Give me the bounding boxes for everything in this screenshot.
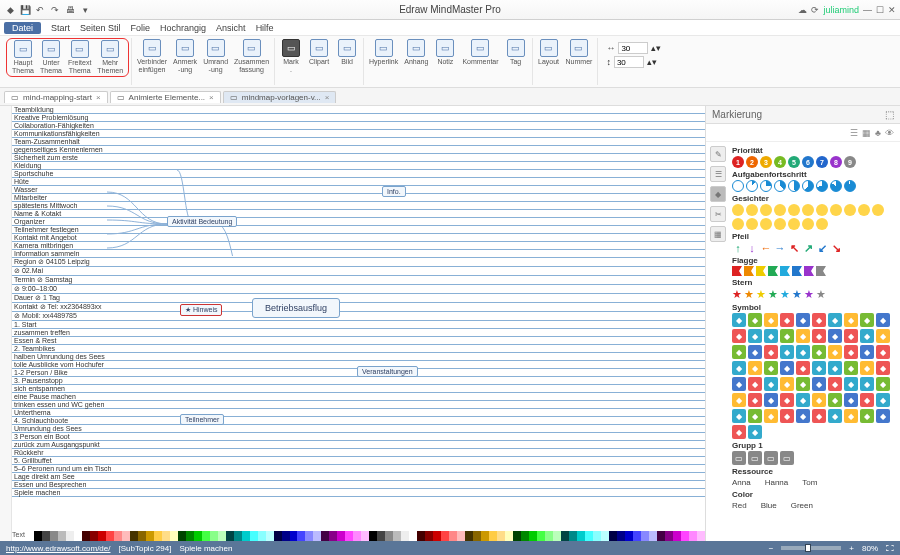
priority-6[interactable]: 6 <box>802 156 814 168</box>
symbol-71[interactable]: ◆ <box>748 425 762 439</box>
symbol-57[interactable]: ◆ <box>844 393 858 407</box>
face-3[interactable] <box>774 204 786 216</box>
branch-hinweis[interactable]: ★ Hinweis <box>180 304 222 316</box>
ribbon-tag-button[interactable]: ▭Tag <box>502 38 530 67</box>
color-item[interactable]: Green <box>791 501 813 510</box>
leaf[interactable]: Kontakt ⊘ Tel: xx2364893xx <box>12 303 705 312</box>
palette-swatch[interactable] <box>305 531 313 541</box>
view-eye-icon[interactable]: 👁 <box>885 128 894 138</box>
palette-swatch[interactable] <box>617 531 625 541</box>
ressource-item[interactable]: Hanna <box>765 478 789 487</box>
palette-swatch[interactable] <box>42 531 50 541</box>
symbol-64[interactable]: ◆ <box>796 409 810 423</box>
priority-5[interactable]: 5 <box>788 156 800 168</box>
palette-swatch[interactable] <box>210 531 218 541</box>
flag-5[interactable] <box>792 266 802 276</box>
star-2[interactable]: ★ <box>756 288 766 301</box>
symbol-34[interactable]: ◆ <box>796 361 810 375</box>
subbranch[interactable]: 5. Grillbuffet <box>12 457 705 465</box>
leaf[interactable]: Region ⊘ 04105 Leipzig <box>12 258 705 267</box>
palette-swatch[interactable] <box>497 531 505 541</box>
palette-swatch[interactable] <box>649 531 657 541</box>
leaf[interactable]: Kamera mitbringen <box>12 242 705 250</box>
ribbon-haupt-thema-button[interactable]: ▭Haupt Thema <box>9 39 37 76</box>
symbol-4[interactable]: ◆ <box>796 313 810 327</box>
palette-swatch[interactable] <box>473 531 481 541</box>
symbol-2[interactable]: ◆ <box>764 313 778 327</box>
face-14[interactable] <box>774 218 786 230</box>
symbol-46[interactable]: ◆ <box>828 377 842 391</box>
symbol-53[interactable]: ◆ <box>780 393 794 407</box>
subbranch[interactable]: 4. Schlauchboote <box>12 417 705 425</box>
palette-swatch[interactable] <box>489 531 497 541</box>
palette-swatch[interactable] <box>385 531 393 541</box>
color-item[interactable]: Red <box>732 501 747 510</box>
progress-0[interactable] <box>732 180 744 192</box>
zoom-out-icon[interactable]: − <box>769 544 774 553</box>
palette-swatch[interactable] <box>66 531 74 541</box>
palette-swatch[interactable] <box>657 531 665 541</box>
face-2[interactable] <box>760 204 772 216</box>
leaf[interactable]: ⊘ Mobil: xx4489785 <box>12 312 705 321</box>
priority-1[interactable]: 1 <box>732 156 744 168</box>
face-11[interactable] <box>732 218 744 230</box>
arrow-4[interactable]: ↖ <box>788 242 800 254</box>
subbranch[interactable]: 2. Teambikes <box>12 345 705 353</box>
symbol-60[interactable]: ◆ <box>732 409 746 423</box>
symbol-22[interactable]: ◆ <box>764 345 778 359</box>
symbol-70[interactable]: ◆ <box>732 425 746 439</box>
leaf[interactable]: ⊘ 02.Mai <box>12 267 705 276</box>
leaf[interactable]: 3 Person ein Boot <box>12 433 705 441</box>
palette-swatch[interactable] <box>170 531 178 541</box>
symbol-63[interactable]: ◆ <box>780 409 794 423</box>
menu-seitenstil[interactable]: Seiten Stil <box>80 23 121 33</box>
palette-swatch[interactable] <box>417 531 425 541</box>
palette-swatch[interactable] <box>321 531 329 541</box>
symbol-11[interactable]: ◆ <box>748 329 762 343</box>
leaf[interactable]: Hüte <box>12 178 705 186</box>
symbol-43[interactable]: ◆ <box>780 377 794 391</box>
symbol-55[interactable]: ◆ <box>812 393 826 407</box>
color-item[interactable]: Blue <box>761 501 777 510</box>
priority-4[interactable]: 4 <box>774 156 786 168</box>
palette-swatch[interactable] <box>441 531 449 541</box>
progress-6[interactable] <box>816 180 828 192</box>
symbol-47[interactable]: ◆ <box>844 377 858 391</box>
side-clip-icon[interactable]: ✂ <box>710 206 726 222</box>
symbol-61[interactable]: ◆ <box>748 409 762 423</box>
palette-swatch[interactable] <box>194 531 202 541</box>
symbol-38[interactable]: ◆ <box>860 361 874 375</box>
cloud-icon[interactable]: ☁ <box>798 5 807 15</box>
symbol-0[interactable]: ◆ <box>732 313 746 327</box>
ribbon-notiz-button[interactable]: ▭Notiz <box>431 38 459 67</box>
palette-swatch[interactable] <box>609 531 617 541</box>
arrow-7[interactable]: ↘ <box>830 242 842 254</box>
branch-info[interactable]: Info. <box>382 186 406 197</box>
tab-close-icon[interactable]: × <box>325 93 330 102</box>
status-url[interactable]: http://www.edrawsoft.com/de/ <box>6 544 111 553</box>
leaf[interactable]: Unterthema <box>12 409 705 417</box>
doc-tab[interactable]: ▭mindmap-vorlagen-v...× <box>223 91 337 103</box>
palette-swatch[interactable] <box>425 531 433 541</box>
symbol-30[interactable]: ◆ <box>732 361 746 375</box>
palette-swatch[interactable] <box>34 531 42 541</box>
leaf[interactable]: gegenseitiges Kennenlernen <box>12 146 705 154</box>
leaf[interactable]: Essen und Besprechen <box>12 481 705 489</box>
symbol-42[interactable]: ◆ <box>764 377 778 391</box>
symbol-27[interactable]: ◆ <box>844 345 858 359</box>
face-13[interactable] <box>760 218 772 230</box>
flag-0[interactable] <box>732 266 742 276</box>
panel-close-icon[interactable]: ⬚ <box>885 109 894 120</box>
symbol-26[interactable]: ◆ <box>828 345 842 359</box>
leaf[interactable]: Kleidung <box>12 162 705 170</box>
symbol-35[interactable]: ◆ <box>812 361 826 375</box>
symbol-49[interactable]: ◆ <box>876 377 890 391</box>
leaf[interactable]: Essen & Rest <box>12 337 705 345</box>
ribbon-freitext-thema-button[interactable]: ▭Freitext Thema <box>65 39 94 76</box>
leaf[interactable]: ⊘ 9:00–18:00 <box>12 285 705 294</box>
symbol-62[interactable]: ◆ <box>764 409 778 423</box>
palette-swatch[interactable] <box>282 531 290 541</box>
leaf[interactable]: Wasser <box>12 186 705 194</box>
menu-datei[interactable]: Datei <box>4 22 41 34</box>
symbol-37[interactable]: ◆ <box>844 361 858 375</box>
